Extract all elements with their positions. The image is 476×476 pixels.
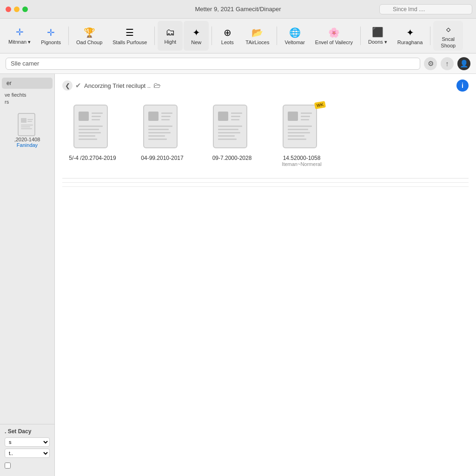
sidebar: er ve fiechtsrs ,2020-1408 Faninday . Se… [0, 74, 55, 476]
sidebar-checkbox[interactable] [5, 463, 11, 469]
svg-rect-9 [92, 112, 103, 114]
svg-rect-46 [288, 139, 306, 140]
file-item-1[interactable]: 5/-4 /20.2704-2019 [62, 101, 123, 167]
sidebar-item-er[interactable]: er [2, 78, 53, 89]
svg-rect-6 [21, 128, 32, 129]
svg-rect-28 [218, 112, 228, 121]
svg-rect-10 [92, 116, 101, 117]
upload-icon-btn[interactable]: ↑ [441, 57, 454, 70]
toolbar-sep-6 [430, 26, 430, 45]
svg-rect-1 [21, 118, 26, 123]
leots-icon: ⊕ [224, 27, 231, 38]
toolbar-item-veltomar[interactable]: 🌐 Veltomar [280, 21, 309, 51]
hight-icon: 🗂 [165, 27, 175, 38]
file-icon-1 [67, 101, 118, 152]
svg-rect-40 [301, 116, 310, 117]
toolbar-item-ruraghana[interactable]: ✦ Ruraghana [393, 21, 427, 51]
toolbar-label-ruraghana: Ruraghana [397, 40, 423, 45]
doons-icon: ⬛ [372, 26, 383, 38]
file-icon-3 [206, 101, 258, 152]
toolbar-label-new: New [191, 40, 201, 45]
file-area: ❮ ✔ Ancorzing Triet recilupt .. 🗁 i [55, 74, 476, 476]
svg-rect-41 [301, 119, 309, 120]
main-area: er ve fiechtsrs ,2020-1408 Faninday . Se… [0, 74, 476, 476]
address-input[interactable] [6, 58, 420, 70]
file-item-3[interactable]: 09-7.2000-2028 [202, 101, 262, 167]
toolbar-item-stalls-purfouse[interactable]: ☰ Stalls Purfouse [108, 21, 152, 51]
new-icon: ✦ [192, 27, 200, 38]
maximize-button[interactable] [22, 7, 28, 12]
svg-rect-2 [27, 119, 33, 120]
svg-rect-32 [218, 126, 242, 127]
address-bar-icons: ⚙ ↑ 👤 [424, 57, 470, 70]
close-button[interactable] [6, 7, 11, 12]
svg-rect-21 [161, 119, 170, 120]
pignonts-icon: ✛ [47, 27, 55, 38]
toolbar-item-new[interactable]: ✦ New [184, 21, 209, 51]
breadcrumb-check-icon: ✔ [75, 81, 81, 90]
back-button[interactable]: ❮ [62, 80, 73, 91]
toolbar-sep-1 [68, 26, 69, 45]
sidebar-file-link[interactable]: Faninday [17, 142, 38, 148]
svg-rect-45 [288, 135, 304, 137]
toolbar-label-mitnnan: Mitnnan ▾ [8, 39, 31, 45]
svg-rect-33 [218, 129, 238, 130]
ruraghana-icon: ✦ [406, 27, 414, 38]
svg-rect-34 [218, 132, 240, 133]
toolbar-label-tairlioces: TAirLioces [245, 40, 269, 45]
address-bar-row: ⚙ ↑ 👤 [0, 53, 476, 74]
toolbar: ✛ Mitnnan ▾ ✛ Pignonts 🏆 Oad Choup ☰ Sta… [0, 19, 476, 53]
toolbar-item-oad-choup[interactable]: 🏆 Oad Choup [72, 21, 107, 51]
sidebar-file-icon [17, 112, 38, 137]
toolbar-item-doons[interactable]: ⬛ Doons ▾ [364, 21, 392, 51]
file-name-1: 5/-4 /20.2704-2019 [69, 155, 116, 161]
settings-icon-btn[interactable]: ⚙ [424, 57, 437, 70]
sidebar-bottom: . Set Dacy s t.. [0, 424, 54, 472]
svg-rect-4 [21, 125, 33, 126]
svg-rect-31 [231, 119, 239, 120]
file-item-2[interactable]: 04-99.2010-2017 [132, 101, 192, 167]
svg-rect-14 [79, 132, 101, 133]
minimize-button[interactable] [14, 7, 20, 12]
sidebar-doc-item: ,2020-1408 Faninday [0, 109, 54, 152]
svg-rect-39 [301, 112, 312, 114]
title-bar: Metter 9, 2021 Gamecit/Dinaper 🔍 [0, 0, 476, 19]
svg-rect-44 [288, 132, 310, 133]
file-name-3: 09-7.2000-2028 [212, 155, 252, 161]
tairlioces-icon: 📂 [251, 27, 263, 38]
svg-rect-13 [79, 129, 99, 130]
toolbar-item-mitnnan[interactable]: ✛ Mitnnan ▾ [4, 21, 35, 51]
svg-rect-24 [148, 132, 171, 133]
svg-rect-42 [288, 126, 312, 127]
toolbar-item-hight[interactable]: 🗂 Hight [158, 21, 183, 51]
user-icon-btn[interactable]: 👤 [457, 57, 470, 70]
svg-rect-18 [148, 112, 159, 121]
file-name-4: 14.52000-1058 [283, 155, 321, 161]
sidebar-set-dacy-label: . Set Dacy [5, 428, 50, 435]
file-item-4[interactable]: WK 14.52000-1058 Iteman~Normeral [271, 101, 332, 167]
svg-rect-8 [79, 112, 89, 121]
toolbar-label-veltomar: Veltomar [284, 40, 304, 45]
info-button[interactable]: i [456, 79, 469, 92]
toolbar-label-doons: Doons ▾ [368, 39, 387, 45]
sidebar-dropdown-s[interactable]: s [5, 437, 50, 447]
toolbar-label-envel: Envel of Vailecry [315, 40, 353, 45]
toolbar-label-oad-choup: Oad Choup [76, 40, 102, 45]
svg-rect-5 [21, 126, 30, 127]
search-input[interactable] [379, 4, 472, 14]
toolbar-item-tairlioces[interactable]: 📂 TAirLioces [241, 21, 274, 51]
toolbar-item-sncal-shoop[interactable]: ⬦ SncalShoop [433, 21, 463, 51]
sidebar-dropdown-t[interactable]: t.. [5, 449, 50, 458]
svg-rect-12 [79, 126, 103, 127]
toolbar-label-leots: Leots [221, 40, 234, 45]
svg-rect-36 [218, 139, 237, 140]
bottom-dividers [62, 178, 469, 187]
file-sublabel-4: Iteman~Normeral [282, 161, 321, 167]
breadcrumb-text: Ancorzing Triet recilupt .. [84, 82, 151, 89]
sidebar-item-vfiechts[interactable]: ve fiechtsrs [0, 90, 54, 108]
svg-rect-35 [218, 135, 235, 137]
toolbar-label-sncal: SncalShoop [441, 36, 456, 48]
toolbar-item-envel[interactable]: 🌸 Envel of Vailecry [311, 21, 357, 51]
toolbar-item-pignonts[interactable]: ✛ Pignonts [36, 21, 66, 51]
toolbar-item-leots[interactable]: ⊕ Leots [215, 21, 240, 51]
